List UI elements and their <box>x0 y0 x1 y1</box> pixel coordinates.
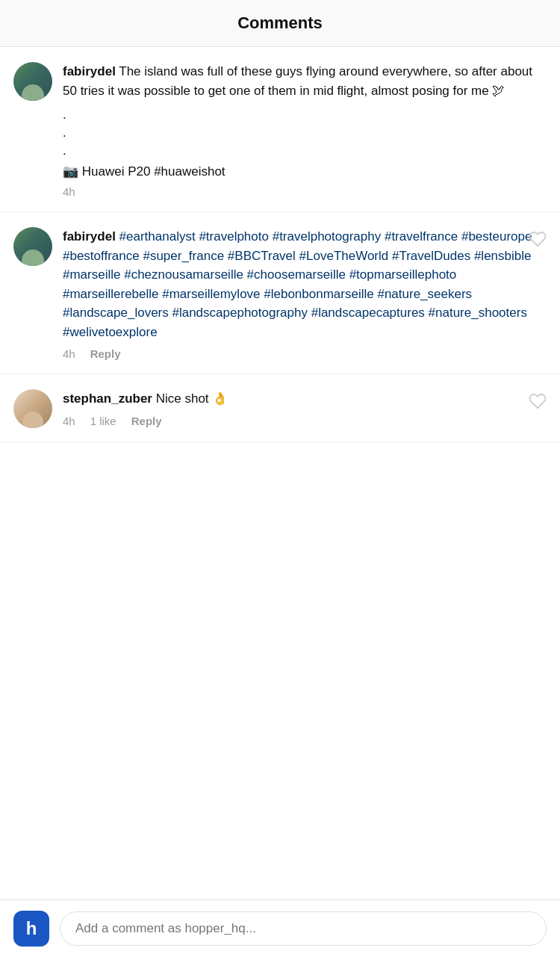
comment-time: 4h <box>63 185 75 198</box>
comment-meta: 4h Reply <box>63 347 547 360</box>
comment-camera-line: 📷 Huawei P20 #huaweishot <box>63 164 547 179</box>
comment-body: fabirydel #earthanalyst #travelphoto #tr… <box>63 227 547 360</box>
like-button[interactable] <box>529 392 547 413</box>
comment-text: fabirydel The island was full of these g… <box>63 62 547 100</box>
avatar-letter: h <box>26 918 37 939</box>
reply-button[interactable]: Reply <box>131 415 162 427</box>
comments-header: Comments <box>0 0 560 47</box>
comment-body: fabirydel The island was full of these g… <box>63 62 547 198</box>
current-user-avatar: h <box>13 911 49 947</box>
comment-text: fabirydel #earthanalyst #travelphoto #tr… <box>63 227 547 341</box>
comment-item: fabirydel The island was full of these g… <box>0 47 560 212</box>
comment-time: 4h <box>63 415 75 427</box>
page-title: Comments <box>237 13 323 33</box>
comments-list: fabirydel The island was full of these g… <box>0 47 560 442</box>
comment-likes-count: 1 like <box>90 415 116 427</box>
comment-content: The island was full of these guys flying… <box>63 64 532 98</box>
avatar <box>13 62 52 101</box>
like-button[interactable] <box>529 230 547 251</box>
reply-button[interactable]: Reply <box>90 347 121 360</box>
comment-meta: 4h <box>63 185 547 198</box>
avatar <box>13 389 52 428</box>
comment-body: stephan_zuber Nice shot 👌 4h 1 like Repl… <box>63 389 547 428</box>
avatar <box>13 227 52 266</box>
comment-item: fabirydel #earthanalyst #travelphoto #tr… <box>0 212 560 374</box>
comment-input-area: h <box>0 899 560 957</box>
comment-username[interactable]: fabirydel <box>63 229 116 244</box>
comment-item: stephan_zuber Nice shot 👌 4h 1 like Repl… <box>0 374 560 442</box>
comment-content: Nice shot 👌 <box>156 391 228 406</box>
comment-hashtags: #earthanalyst #travelphoto #travelphotog… <box>63 229 532 339</box>
comment-username[interactable]: fabirydel <box>63 64 116 78</box>
hashtag: #huaweishot <box>154 164 225 179</box>
comment-text: stephan_zuber Nice shot 👌 <box>63 389 547 409</box>
comment-input[interactable] <box>60 911 547 946</box>
comment-time: 4h <box>63 347 75 360</box>
comment-meta: 4h 1 like Reply <box>63 415 547 427</box>
comment-username[interactable]: stephan_zuber <box>63 391 152 406</box>
comment-dots: . . . <box>63 106 547 159</box>
